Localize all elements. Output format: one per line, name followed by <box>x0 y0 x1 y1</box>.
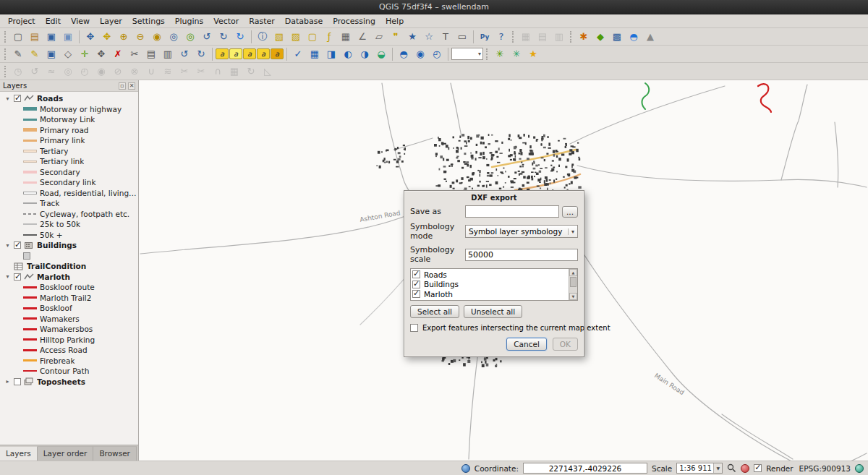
terrain-analysis-icon[interactable]: ▲ <box>642 29 658 44</box>
new-project-icon[interactable]: ▢ <box>10 29 26 44</box>
tab-layers[interactable]: Layers <box>0 446 38 461</box>
symbology-item-secondary[interactable]: Secondary <box>0 167 138 178</box>
symbology-item-contour-path[interactable]: Contour Path <box>0 366 138 377</box>
select-all-button[interactable]: Select all <box>410 305 459 318</box>
identify-icon[interactable]: ⓘ <box>255 29 271 44</box>
layer-item-toposheets[interactable]: ▸Toposheets <box>0 377 138 388</box>
new-bookmark-icon[interactable]: ★ <box>404 29 420 44</box>
float-panel-icon[interactable]: ▫ <box>119 82 126 90</box>
menu-layer[interactable]: Layer <box>95 14 127 27</box>
interpolation-icon[interactable]: ◓ <box>626 29 642 44</box>
symbology-item-primary-road[interactable]: Primary road <box>0 125 138 136</box>
symbology-item-secondary-link[interactable]: Secondary link <box>0 177 138 188</box>
scrollbar-thumb[interactable] <box>570 277 576 287</box>
expander-icon[interactable]: ▸ <box>4 378 11 385</box>
cancel-button[interactable]: Cancel <box>506 338 547 351</box>
scale-select[interactable]: 1:36 911 ▼ <box>676 463 723 474</box>
symbology-item-marloth-trail2[interactable]: Marloth Trail2 <box>0 293 138 304</box>
magnifier-icon[interactable] <box>727 463 736 473</box>
current-edits-icon[interactable]: ✎ <box>10 46 26 61</box>
layer-checkbox[interactable] <box>412 281 420 288</box>
symbology-item-motorway-or-highway[interactable]: Motorway or highway <box>0 104 138 115</box>
toolbar-grip[interactable] <box>4 48 7 60</box>
map-canvas[interactable]: Ashton RoadMain Road DXF export Save as … <box>139 80 868 461</box>
add-feature-icon[interactable]: ✛ <box>77 46 93 61</box>
label-move-icon[interactable]: a <box>243 48 256 59</box>
layer-item-trailcondition[interactable]: TrailCondition <box>0 261 138 272</box>
extent-checkbox[interactable] <box>410 324 418 332</box>
label-highlight-icon[interactable]: a <box>229 48 242 59</box>
close-panel-icon[interactable]: ✕ <box>128 82 135 90</box>
zoom-last-icon[interactable]: ↺ <box>199 29 215 44</box>
unselect-all-button[interactable]: Unselect all <box>464 305 522 318</box>
layer-checkbox[interactable] <box>412 270 420 278</box>
paste-features-icon[interactable]: ▥ <box>160 46 176 61</box>
toolbar-grip[interactable] <box>512 31 515 43</box>
render-checkbox[interactable] <box>754 464 762 472</box>
open-project-icon[interactable]: ▤ <box>27 29 43 44</box>
menu-vector[interactable]: Vector <box>208 14 244 27</box>
symbology-item-25k-to-50k[interactable]: 25k to 50k <box>0 219 138 230</box>
label-properties-icon[interactable]: a <box>271 48 284 59</box>
save-layer-edits-icon[interactable]: ▣ <box>43 46 59 61</box>
symbology-item-track[interactable]: Track <box>0 198 138 209</box>
grass-open-icon[interactable]: ✳ <box>492 46 508 61</box>
zoom-out-icon[interactable]: ⊖ <box>132 29 148 44</box>
refresh-map-icon[interactable]: ↻ <box>232 29 248 44</box>
toolbar-combo[interactable]: ▾ <box>451 48 483 60</box>
help-icon[interactable]: ? <box>493 29 509 44</box>
style-manager-icon[interactable]: ✱ <box>576 29 592 44</box>
delete-selected-icon[interactable]: ✗ <box>110 46 126 61</box>
tab-browser[interactable]: Browser <box>93 446 137 461</box>
deselect-all-icon[interactable]: ▢ <box>305 29 320 44</box>
toolbar-grip[interactable] <box>4 31 7 43</box>
form-annotation-icon[interactable]: ▭ <box>454 29 470 44</box>
pan-to-selection-icon[interactable]: ✥ <box>99 29 115 44</box>
select-by-expression-icon[interactable]: ƒ <box>321 29 337 44</box>
symbology-mode-select[interactable]: Symbol layer symbology ▾ <box>465 225 578 238</box>
attribute-table-icon[interactable]: ▦ <box>338 29 354 44</box>
menu-view[interactable]: View <box>66 14 95 27</box>
layer-checkbox[interactable] <box>14 241 21 249</box>
layer-checkbox[interactable] <box>412 290 420 298</box>
expander-icon[interactable]: ▾ <box>4 273 11 280</box>
layer-checkbox[interactable] <box>14 273 21 281</box>
buffer-icon[interactable]: ◉ <box>412 46 428 61</box>
select-freehand-icon[interactable]: ▨ <box>288 29 304 44</box>
zoom-to-selection-icon[interactable]: ◎ <box>166 29 182 44</box>
symbology-item-boskloof[interactable]: Boskloof <box>0 303 138 314</box>
cut-features-icon[interactable]: ✂ <box>127 46 142 61</box>
symbology-item-tertiary[interactable]: Tertiary <box>0 146 138 157</box>
symbology-scale-input[interactable] <box>465 249 578 261</box>
toolbar-grip[interactable] <box>570 31 573 43</box>
layer-checkbox[interactable] <box>14 378 21 385</box>
symbology-item-wamakersbos[interactable]: Wamakersbos <box>0 324 138 335</box>
ok-button[interactable]: OK <box>553 338 578 351</box>
zoom-next-icon[interactable]: ↻ <box>216 29 231 44</box>
raster-calculator-icon[interactable]: ▩ <box>609 29 625 44</box>
menu-project[interactable]: Project <box>3 14 41 27</box>
scrollbar[interactable]: ▲ ▼ <box>569 269 577 300</box>
zoom-full-icon[interactable]: ◉ <box>149 29 165 44</box>
zoom-to-layer-icon[interactable]: ◎ <box>182 29 198 44</box>
move-feature-icon[interactable]: ✥ <box>93 46 109 61</box>
copy-features-icon[interactable]: ▤ <box>143 46 159 61</box>
python-console-icon[interactable]: Py <box>477 29 493 44</box>
toolbar-grip[interactable] <box>4 66 7 77</box>
symbology-item-cycleway-footpath-etc[interactable]: Cycleway, footpath etc. <box>0 209 138 220</box>
dxf-layer-marloth[interactable]: Marloth <box>412 289 567 299</box>
menu-edit[interactable]: Edit <box>41 14 66 27</box>
check-geometry-icon[interactable]: ✓ <box>290 46 306 61</box>
symbology-item-road-residential-living-street-etc[interactable]: Road, residential, living street, etc. <box>0 188 138 199</box>
grass-tools-icon[interactable]: ✳ <box>509 46 524 61</box>
stop-render-icon[interactable] <box>741 464 749 473</box>
clip-icon[interactable]: ◓ <box>396 46 412 61</box>
save-project-icon[interactable]: ▣ <box>43 29 59 44</box>
layer-checkbox[interactable] <box>14 95 21 102</box>
grass-region-icon[interactable]: ★ <box>525 46 541 61</box>
epsg-label[interactable]: EPSG:900913 <box>799 464 851 473</box>
intersect-icon[interactable]: ◴ <box>429 46 445 61</box>
symbology-item-item[interactable] <box>0 251 138 262</box>
coordinate-input[interactable] <box>523 463 647 474</box>
dxf-layer-buildings[interactable]: Buildings <box>412 280 567 290</box>
